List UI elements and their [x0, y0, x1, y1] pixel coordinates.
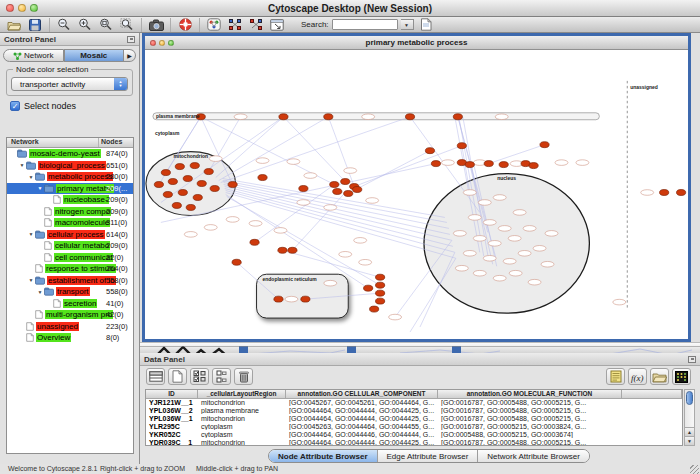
network-canvas[interactable]: plasma membranecytoplasmmitochondrionnuc…: [145, 50, 688, 338]
tree-row-label: mosaic-demo-yeast: [29, 149, 101, 158]
table-scrollbar[interactable]: ▲ ▼: [684, 389, 695, 446]
tree-row-node-count: 209(0): [106, 241, 128, 250]
expand-triangle-icon[interactable]: ▼: [27, 277, 35, 283]
column-header[interactable]: [622, 390, 682, 399]
attribute-browser-icon[interactable]: [269, 18, 285, 31]
deselect-nodes-graph-icon[interactable]: [248, 18, 264, 31]
tree-row[interactable]: cell communicat22(0): [7, 252, 133, 264]
open-file-icon[interactable]: [6, 18, 22, 31]
tree-row[interactable]: ▼metabolic process280(0): [7, 171, 133, 183]
tabs-overflow-button[interactable]: ▶: [124, 49, 136, 62]
snapshot-icon[interactable]: [148, 18, 164, 31]
search-input[interactable]: [332, 19, 398, 30]
column-header[interactable]: annotation.GO CELLULAR_COMPONENT: [286, 390, 438, 399]
attribute-equation-icon[interactable]: f(x): [628, 368, 647, 385]
gene-node: [279, 114, 288, 120]
node-label-oval: [287, 159, 300, 165]
zoom-fit-icon[interactable]: [98, 18, 114, 31]
folder-icon: [44, 287, 54, 296]
zoom-in-icon[interactable]: [77, 18, 93, 31]
search-dropdown-button[interactable]: ▼: [401, 19, 414, 30]
table-row[interactable]: YLR295Ccytoplasm[GO:0045263, GO:0044464,…: [146, 423, 682, 431]
tree-row[interactable]: macromolecule311(0): [7, 217, 133, 229]
network-frame-titlebar[interactable]: primary metabolic process: [145, 36, 688, 50]
column-header[interactable]: annotation.GO MOLECULAR_FUNCTION: [438, 390, 622, 399]
tree-row[interactable]: ▼cellular process614(0): [7, 229, 133, 241]
column-header[interactable]: _cellularLayoutRegion: [198, 390, 286, 399]
network-graph[interactable]: plasma membranecytoplasmmitochondrionnuc…: [145, 50, 688, 338]
import-annotation-icon[interactable]: [419, 18, 435, 31]
tree-row[interactable]: nucleobase-209(0): [7, 194, 133, 206]
zoom-selected-icon[interactable]: [119, 18, 135, 31]
annotation-notes-icon[interactable]: [606, 368, 625, 385]
tree-row-label: primary metabo: [56, 184, 114, 193]
float-data-panel-icon[interactable]: [688, 356, 696, 363]
delete-attribute-icon[interactable]: [234, 368, 253, 385]
table-row[interactable]: YKR052Ccytoplasm[GO:0044464, GO:0044446,…: [146, 431, 682, 439]
tree-row[interactable]: secretion41(0): [7, 298, 133, 310]
node-color-dropdown[interactable]: transporter activity ▲▼: [11, 77, 128, 91]
gene-node: [660, 190, 669, 196]
expand-triangle-icon[interactable]: ▼: [18, 162, 26, 168]
tree-row[interactable]: multi-organism pro42(0): [7, 309, 133, 321]
tab-network-attribute-browser[interactable]: Network Attribute Browser: [478, 450, 588, 462]
attribute-table-icon[interactable]: [146, 368, 165, 385]
background-windows-strip[interactable]: [140, 342, 700, 353]
node-label-oval: [545, 231, 558, 237]
tree-row[interactable]: nitrogen compo209(0): [7, 206, 133, 218]
node-label-oval: [478, 200, 491, 206]
table-row[interactable]: YJR121W__1mitochondrion[GO:0045267, GO:0…: [146, 399, 682, 407]
tree-column-nodes[interactable]: Nodes: [99, 138, 133, 147]
control-panel-tabs: Network Mosaic ▶: [0, 46, 139, 64]
new-attribute-icon[interactable]: [168, 368, 187, 385]
plasma-membrane-label: plasma membrane: [156, 113, 200, 119]
tab-edge-attribute-browser[interactable]: Edge Attribute Browser: [378, 450, 479, 462]
tree-row[interactable]: mosaic-demo-yeast874(0): [7, 148, 133, 160]
scrollbar-thumb[interactable]: [686, 391, 693, 405]
help-icon[interactable]: [177, 18, 193, 31]
tree-row-node-count: 614(0): [106, 230, 128, 239]
matrix-view-icon[interactable]: [672, 368, 691, 385]
table-cell: [GO:0016787, GO:0005488, GO:0005215, G..…: [438, 439, 622, 446]
load-attributes-icon[interactable]: [650, 368, 669, 385]
gene-node: [484, 161, 493, 167]
table-row[interactable]: YDR039C__1mitochondrion[GO:0044464, GO:0…: [146, 438, 682, 446]
select-attributes-icon[interactable]: [190, 368, 209, 385]
table-row[interactable]: YPL036W__2plasma membrane[GO:0044464, GO…: [146, 407, 682, 415]
expand-triangle-icon[interactable]: ▼: [36, 289, 44, 295]
tree-row-node-count: 42(0): [106, 310, 124, 319]
vizmapper-icon[interactable]: [206, 18, 222, 31]
select-nodes-checkbox[interactable]: ✓: [10, 101, 20, 111]
tree-row[interactable]: cellular metabo209(0): [7, 240, 133, 252]
scroll-up-button[interactable]: ▲: [685, 427, 694, 436]
tree-row[interactable]: Overview8(0): [7, 332, 133, 344]
expand-triangle-icon[interactable]: ▼: [36, 185, 44, 191]
select-nodes-graph-icon[interactable]: [227, 18, 243, 31]
gene-node: [163, 192, 172, 198]
save-icon[interactable]: [27, 18, 43, 31]
column-header[interactable]: ID: [146, 390, 198, 399]
tab-mosaic-label: Mosaic: [80, 51, 107, 60]
toolbar-group: [177, 18, 200, 32]
tree-row-node-count: 223(0): [106, 322, 128, 331]
expand-triangle-icon[interactable]: ▼: [27, 231, 35, 237]
float-panel-icon[interactable]: [127, 36, 135, 43]
unselect-attributes-icon[interactable]: [212, 368, 231, 385]
scroll-down-button[interactable]: ▼: [685, 436, 694, 445]
tree-row[interactable]: response to stimulu264(0): [7, 263, 133, 275]
tree-row[interactable]: unassigned223(0): [7, 321, 133, 333]
tree-column-network[interactable]: Network: [7, 138, 99, 147]
table-row[interactable]: YPL036W__1mitochondrion[GO:0044464, GO:0…: [146, 415, 682, 423]
gene-node: [425, 148, 434, 154]
resize-grip[interactable]: [690, 465, 699, 474]
tab-mosaic[interactable]: Mosaic: [64, 49, 125, 62]
tree-row[interactable]: ▼primary metabo209(...: [7, 183, 133, 195]
tree-row[interactable]: ▼transport558(0): [7, 286, 133, 298]
tree-row[interactable]: ▼biological_process651(0): [7, 160, 133, 172]
tab-node-attribute-browser[interactable]: Node Attribute Browser: [269, 450, 378, 462]
expand-triangle-icon[interactable]: ▼: [27, 174, 35, 180]
node-label-oval: [344, 168, 357, 174]
tree-row[interactable]: ▼establishment of lo558(0): [7, 275, 133, 287]
tab-network[interactable]: Network: [3, 49, 64, 62]
zoom-out-icon[interactable]: [56, 18, 72, 31]
